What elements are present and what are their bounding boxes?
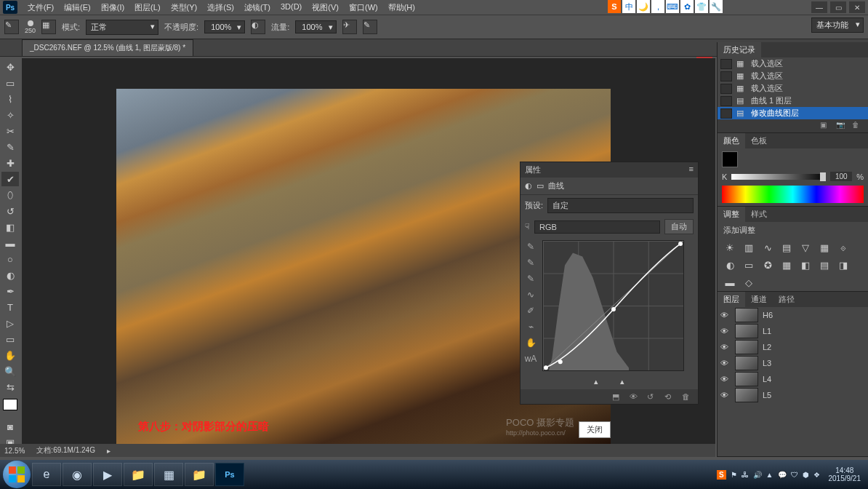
history-item[interactable]: ▤修改曲线图层	[718, 107, 868, 119]
fg-bg-swatch[interactable]	[3, 399, 17, 410]
ime-keyboard-icon[interactable]: ⌨	[666, 0, 679, 13]
auto-button[interactable]: 自动	[664, 219, 694, 234]
eye-icon[interactable]: 👁	[720, 391, 731, 399]
snapshot-icon[interactable]: ▣	[820, 121, 832, 131]
tray-vol-icon[interactable]: 🔊	[753, 471, 762, 479]
lasso-tool[interactable]: ⌇	[1, 92, 19, 106]
crop-tool[interactable]: ✂	[1, 124, 19, 138]
brightness-icon[interactable]: ☀	[723, 242, 736, 253]
blur-tool[interactable]: ○	[1, 252, 19, 266]
black-point-slider[interactable]: ▴	[594, 377, 598, 386]
ime-shirt-icon[interactable]: 👕	[695, 0, 708, 13]
layer-row[interactable]: 👁L2	[718, 339, 868, 355]
ime-flower-icon[interactable]: ✿	[680, 0, 694, 13]
properties-header[interactable]: 属性 ≡	[521, 162, 698, 178]
curve-point-icon[interactable]: ∿	[523, 288, 538, 301]
color-fg-swatch[interactable]	[722, 151, 738, 167]
ime-moon-icon[interactable]: 🌙	[637, 0, 650, 13]
color-swap-icon[interactable]: ⇆	[1, 380, 19, 394]
clock[interactable]: 14:48 2015/9/21	[824, 466, 866, 482]
k-value[interactable]: 100	[830, 172, 852, 181]
eyedrop-gray-icon[interactable]: ✎	[523, 256, 538, 269]
tray-net-icon[interactable]: 🖧	[742, 471, 749, 479]
start-button[interactable]	[3, 461, 31, 488]
invert-icon[interactable]: ◧	[799, 259, 812, 271]
curve-pencil-icon[interactable]: ✐	[523, 304, 538, 317]
hue-icon[interactable]: ▦	[818, 242, 831, 253]
gradient-tool[interactable]: ▬	[1, 236, 19, 250]
stamp-tool[interactable]: ⬯	[1, 188, 19, 202]
marquee-tool[interactable]: ▭	[1, 76, 19, 90]
app-icon[interactable]: ▦	[154, 463, 183, 486]
airbrush-icon[interactable]: ✈	[342, 20, 357, 34]
workspace-dropdown[interactable]: 基本功能	[811, 17, 864, 33]
menu-help[interactable]: 帮助(H)	[384, 1, 419, 15]
layer-row[interactable]: 👁L3	[718, 355, 868, 371]
menu-filter[interactable]: 滤镜(T)	[240, 1, 275, 15]
slider-thumb[interactable]	[820, 172, 826, 181]
paths-tab[interactable]: 路径	[773, 292, 800, 307]
folder-icon[interactable]: 📁	[185, 463, 214, 486]
poster-icon[interactable]: ▤	[818, 259, 831, 271]
history-brush-tool[interactable]: ↺	[1, 204, 19, 218]
gradient-map-icon[interactable]: ▬	[723, 277, 736, 288]
balance-icon[interactable]: ⟐	[837, 242, 850, 253]
status-arrow-icon[interactable]: ▸	[107, 447, 110, 455]
menu-view[interactable]: 视图(V)	[308, 1, 343, 15]
prev-icon[interactable]: ⟲	[664, 391, 676, 402]
ime-logo[interactable]: S	[608, 0, 621, 13]
maximize-button[interactable]: ▭	[830, 1, 846, 13]
menu-edit[interactable]: 编辑(E)	[60, 1, 95, 15]
layer-row[interactable]: 👁L4	[718, 371, 868, 387]
menu-file[interactable]: 文件(F)	[23, 1, 58, 15]
history-item[interactable]: ▦载入选区	[718, 57, 868, 70]
ime-wrench-icon[interactable]: 🔧	[710, 0, 723, 13]
color-tab[interactable]: 颜色	[718, 133, 745, 148]
mixer-icon[interactable]: ✪	[761, 259, 774, 271]
eye-icon[interactable]: 👁	[720, 343, 731, 351]
exposure-icon[interactable]: ▤	[780, 242, 793, 253]
eye-icon[interactable]: 👁	[720, 327, 731, 335]
ime-punct-icon[interactable]: ，	[651, 0, 664, 13]
bw-icon[interactable]: ◐	[723, 259, 736, 271]
clip-icon[interactable]: ⬒	[612, 391, 624, 402]
pen-tool[interactable]: ✒	[1, 284, 19, 298]
tray-shield-icon[interactable]: 🛡	[791, 471, 798, 479]
k-slider[interactable]	[731, 174, 826, 180]
menu-layer[interactable]: 图层(L)	[130, 1, 164, 15]
zoom-value[interactable]: 12.5%	[4, 447, 25, 455]
threshold-icon[interactable]: ◨	[837, 259, 850, 271]
camera-icon[interactable]: 📷	[836, 121, 848, 131]
photo-filter-icon[interactable]: ▭	[742, 259, 755, 271]
history-tab[interactable]: 历史记录	[718, 42, 761, 57]
tray-s-icon[interactable]: S	[717, 470, 726, 480]
tray-misc2-icon[interactable]: ❖	[813, 471, 820, 479]
mode-dropdown[interactable]: 正常	[86, 20, 158, 35]
history-item[interactable]: ▦载入选区	[718, 70, 868, 82]
lookup-icon[interactable]: ▦	[780, 259, 793, 271]
preset-dropdown[interactable]: 自定	[547, 198, 694, 213]
levels-icon[interactable]: ▥	[742, 242, 755, 253]
menu-3d[interactable]: 3D(D)	[276, 1, 306, 15]
brush-panel-icon[interactable]: ▦	[41, 20, 56, 34]
path-tool[interactable]: ▷	[1, 316, 19, 330]
menu-select[interactable]: 选择(S)	[203, 1, 238, 15]
layer-row[interactable]: 👁L5	[718, 387, 868, 403]
eye-icon[interactable]: 👁	[720, 359, 731, 367]
quickmask-tool[interactable]: ◙	[1, 419, 19, 434]
curve-hand-icon[interactable]: ✋	[523, 336, 538, 349]
eyedropper-tool[interactable]: ✎	[1, 140, 19, 154]
media-icon[interactable]: ▶	[93, 463, 122, 486]
heal-tool[interactable]: ✚	[1, 156, 19, 170]
tray-misc-icon[interactable]: ⬢	[803, 471, 809, 479]
explorer-icon[interactable]: 📁	[124, 463, 153, 486]
tray-up-icon[interactable]: ▲	[766, 471, 773, 479]
move-tool[interactable]: ✥	[1, 60, 19, 74]
tray-chat-icon[interactable]: 💬	[778, 471, 787, 479]
browser-icon[interactable]: ◉	[63, 463, 92, 486]
shape-tool[interactable]: ▭	[1, 332, 19, 346]
finger-icon[interactable]: ☟	[525, 222, 530, 231]
swatches-tab[interactable]: 色板	[745, 133, 773, 148]
channel-dropdown[interactable]: RGB	[534, 220, 660, 234]
ps-task-icon[interactable]: Ps	[215, 463, 244, 486]
